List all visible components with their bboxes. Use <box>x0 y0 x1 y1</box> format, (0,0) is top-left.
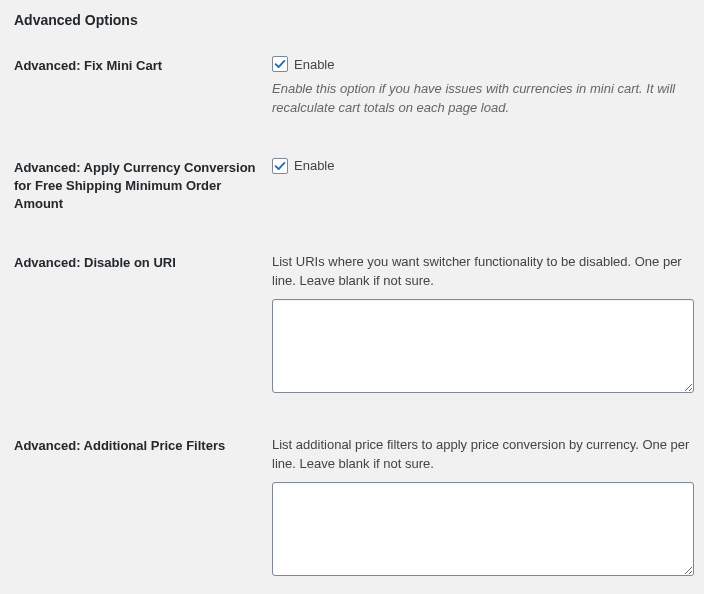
option-disable-on-uri: Advanced: Disable on URI List URIs where… <box>14 253 690 396</box>
additional-price-filters-label: Advanced: Additional Price Filters <box>14 437 256 455</box>
fix-mini-cart-checkbox[interactable] <box>272 56 288 72</box>
option-fix-mini-cart: Advanced: Fix Mini Cart Enable Enable th… <box>14 56 690 118</box>
option-additional-price-filters: Advanced: Additional Price Filters List … <box>14 436 690 579</box>
apply-currency-conversion-checkbox[interactable] <box>272 158 288 174</box>
check-icon <box>273 159 287 173</box>
apply-currency-conversion-label: Advanced: Apply Currency Conversion for … <box>14 159 256 214</box>
disable-on-uri-textarea[interactable] <box>272 299 694 393</box>
disable-on-uri-label: Advanced: Disable on URI <box>14 254 256 272</box>
option-apply-currency-conversion: Advanced: Apply Currency Conversion for … <box>14 158 690 214</box>
fix-mini-cart-checkbox-label[interactable]: Enable <box>294 57 334 72</box>
check-icon <box>273 57 287 71</box>
section-title: Advanced Options <box>14 12 690 28</box>
fix-mini-cart-label: Advanced: Fix Mini Cart <box>14 57 256 75</box>
additional-price-filters-help: List additional price filters to apply p… <box>272 436 694 474</box>
disable-on-uri-help: List URIs where you want switcher functi… <box>272 253 694 291</box>
additional-price-filters-textarea[interactable] <box>272 482 694 576</box>
fix-mini-cart-description: Enable this option if you have issues wi… <box>272 80 690 118</box>
apply-currency-conversion-checkbox-label[interactable]: Enable <box>294 158 334 173</box>
